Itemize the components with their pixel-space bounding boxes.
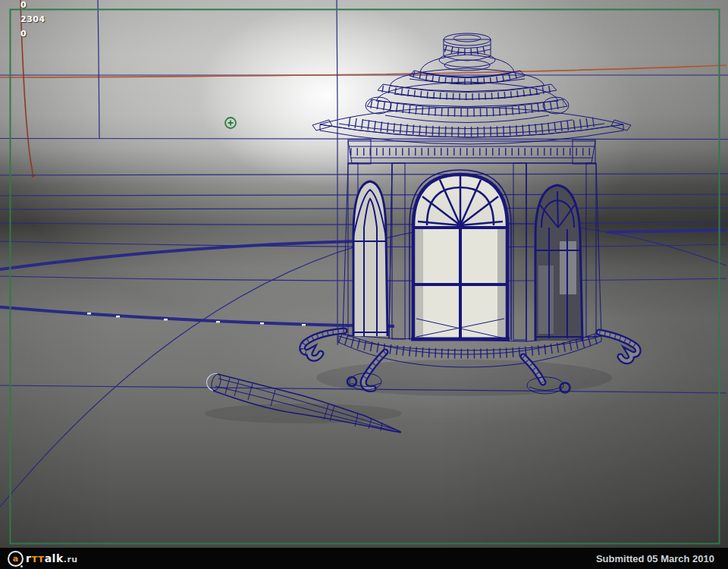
render-view: 0 2304 0 a rттalk.ru Submitted 05 March … xyxy=(0,0,728,569)
logo-domain: .ru xyxy=(64,555,78,564)
lantern-shadow xyxy=(316,360,612,396)
logo-part3: alk xyxy=(45,552,64,564)
viewport-canvas[interactable] xyxy=(0,0,728,548)
lantern-right-window xyxy=(535,185,582,341)
lantern-entablature xyxy=(348,140,595,164)
light-manipulator-icon[interactable] xyxy=(225,118,236,128)
lantern-left-window xyxy=(353,181,388,336)
hud-value-3: 0 xyxy=(20,29,27,39)
logo-part2: тт xyxy=(31,552,44,564)
lantern-center-window xyxy=(410,170,511,340)
arttalk-logo-icon: a xyxy=(8,551,24,567)
logo-dot xyxy=(20,565,23,567)
arttalk-logo[interactable]: a rттalk.ru xyxy=(8,551,78,567)
watermark-bar: a rттalk.ru Submitted 05 March 2010 xyxy=(0,548,728,569)
lantern-model[interactable] xyxy=(303,33,639,394)
hud-value-2: 2304 xyxy=(20,14,46,24)
lantern-finial xyxy=(439,33,495,71)
hud-value-1: 0 xyxy=(20,0,27,10)
submitted-date: Submitted 05 March 2010 xyxy=(596,553,714,564)
logo-text: rттalk.ru xyxy=(26,552,78,564)
logo-circle-letter: a xyxy=(13,554,18,564)
